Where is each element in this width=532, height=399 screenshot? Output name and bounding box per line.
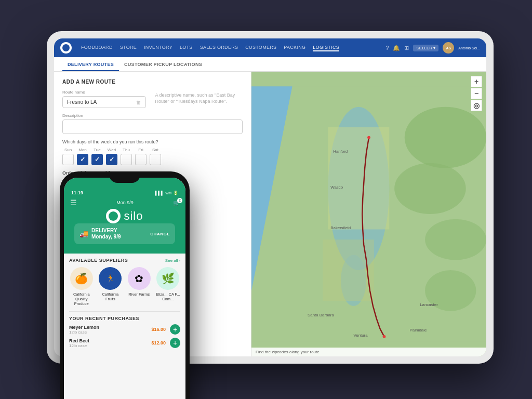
add-beet-button[interactable]: +: [170, 338, 180, 348]
help-icon[interactable]: ?: [385, 45, 389, 51]
svg-point-4: [405, 107, 486, 168]
description-input[interactable]: [62, 119, 243, 134]
nav-items: FOODBOARD STORE INVENTORY LOTS SALES ORD…: [81, 45, 376, 51]
day-wed: Wed: [106, 148, 117, 165]
days-row: Sun Mon Tue: [62, 148, 243, 165]
nav-right: ? 🔔 ⊞ SELLER ▾ AS Antonio Sel...: [385, 42, 480, 54]
purchase-item-meyer-lemon: Meyer Lemon 12lb case $16.00 +: [69, 324, 180, 335]
silo-logo-text: silo: [124, 209, 143, 223]
svg-text:Hanford: Hanford: [333, 149, 348, 154]
nav-item-customers[interactable]: CUSTOMERS: [245, 45, 276, 51]
location-button[interactable]: ◎: [471, 100, 482, 111]
route-hint: A descriptive name, such as "East Bay Ro…: [151, 90, 243, 108]
suppliers-title: AVAILABLE SUPPLIERS: [69, 258, 128, 263]
section-title: ADD A NEW ROUTE: [62, 79, 243, 85]
nav-item-foodboard[interactable]: FOODBOARD: [81, 45, 113, 51]
supplier-item-california-quality[interactable]: 🍊 California Quality Produce: [69, 267, 94, 306]
nav-item-store[interactable]: STORE: [120, 45, 137, 51]
day-wed-checkbox[interactable]: [106, 154, 117, 165]
purchase-info-beet: Red Beet 12lb case: [69, 338, 151, 348]
day-sun: Sun: [62, 148, 74, 165]
battery-icon: 🔋: [173, 191, 178, 195]
nav-item-packing[interactable]: PACKING: [284, 45, 305, 51]
suppliers-header: AVAILABLE SUPPLIERS See all ›: [69, 258, 180, 263]
recent-purchases-title: YOUR RECENT PURCHASES: [69, 316, 180, 321]
nav-item-logistics[interactable]: LOGISTICS: [313, 45, 339, 51]
svg-rect-9: [323, 240, 374, 301]
supplier-item-eliza[interactable]: 🌿 Eliza... CA F... Com...: [156, 267, 181, 306]
cart-icon[interactable]: 🛒 2: [173, 200, 179, 206]
nav-item-lots[interactable]: LOTS: [180, 45, 193, 51]
nav-logo: [60, 42, 72, 54]
day-thu-checkbox[interactable]: [121, 154, 132, 165]
phone-time: 11:19: [71, 190, 83, 195]
day-fri-checkbox[interactable]: [135, 154, 147, 165]
supplier-avatar-california-quality: 🍊: [70, 267, 93, 290]
svg-text:Ventura: Ventura: [354, 333, 368, 338]
supplier-name-california-quality: California Quality Produce: [69, 292, 94, 306]
phone-status-bar: 11:19 ▌▌▌ wifi 🔋: [70, 190, 179, 195]
map-controls: + − ◎: [471, 76, 482, 111]
day-sun-checkbox[interactable]: [62, 154, 74, 165]
hamburger-icon[interactable]: ☰: [70, 198, 77, 207]
route-name-input[interactable]: Fresno to LA 🗑: [62, 96, 146, 108]
silo-logo-icon: [106, 209, 121, 223]
delivery-banner: 🚚 DELIVERY Monday, 9/9 CHANGE: [74, 223, 175, 244]
add-meyer-button[interactable]: +: [170, 324, 180, 335]
day-tue-checkbox[interactable]: [91, 154, 103, 165]
svg-point-6: [425, 219, 486, 260]
svg-point-5: [394, 163, 466, 214]
zoom-out-button[interactable]: −: [471, 88, 482, 99]
supplier-avatar-river-farms: ✿: [128, 267, 151, 290]
delivery-label: DELIVERY: [91, 228, 121, 234]
tab-customer-pickup[interactable]: CUSTOMER PICKUP LOCATIONS: [119, 59, 207, 71]
purchase-name-beet: Red Beet: [69, 338, 151, 343]
day-fri: Fri: [135, 148, 147, 165]
delivery-date: Monday, 9/9: [91, 234, 121, 240]
phone-device: 11:19 ▌▌▌ wifi 🔋 ☰ Mon 9/9 🛒 2: [60, 171, 190, 399]
scene: FOODBOARD STORE INVENTORY LOTS SALES ORD…: [0, 0, 532, 399]
nav-item-sales-orders[interactable]: SALES ORDERS: [200, 45, 238, 51]
change-delivery-button[interactable]: CHANGE: [150, 232, 170, 236]
see-all-button[interactable]: See all ›: [165, 258, 180, 263]
grid-icon[interactable]: ⊞: [404, 45, 409, 51]
notification-icon[interactable]: 🔔: [393, 45, 400, 51]
purchase-price-meyer: $16.00: [151, 327, 166, 332]
map-svg: Hanford Wasco Bakersfield Lancaster Sant…: [251, 72, 486, 356]
phone-header: 11:19 ▌▌▌ wifi 🔋 ☰ Mon 9/9 🛒 2: [64, 178, 185, 254]
seller-button[interactable]: SELLER ▾: [413, 45, 438, 51]
supplier-avatar-eliza: 🌿: [156, 267, 179, 290]
day-sat-checkbox[interactable]: [150, 154, 161, 165]
phone-nav: ☰ Mon 9/9 🛒 2: [70, 198, 179, 207]
svg-point-11: [383, 335, 386, 338]
purchase-item-red-beet: Red Beet 12lb case $12.00 +: [69, 338, 180, 348]
purchase-name-meyer: Meyer Lemon: [69, 325, 151, 330]
zoom-in-button[interactable]: +: [471, 76, 482, 87]
svg-text:Bakersfield: Bakersfield: [330, 225, 351, 230]
svg-text:Wasco: Wasco: [330, 185, 343, 190]
cart-badge: 2: [177, 198, 182, 203]
description-label: Description: [62, 113, 243, 118]
svg-text:Lancaster: Lancaster: [420, 302, 438, 307]
phone-date: Mon 9/9: [116, 200, 134, 205]
supplier-name-river-farms: River Farms: [128, 292, 150, 297]
supplier-name-eliza: Eliza... CA F... Com...: [156, 292, 181, 301]
supplier-avatar-california-fruits: 🏃: [99, 267, 122, 290]
avatar[interactable]: AS: [443, 42, 454, 54]
delivery-info: 🚚 DELIVERY Monday, 9/9: [79, 228, 121, 240]
map-background: Hanford Wasco Bakersfield Lancaster Sant…: [251, 72, 486, 356]
supplier-item-california-fruits[interactable]: 🏃 California Fruits: [98, 267, 123, 306]
svg-rect-8: [328, 127, 389, 230]
day-mon: Mon: [77, 148, 88, 165]
nav-item-inventory[interactable]: INVENTORY: [144, 45, 172, 51]
clear-icon[interactable]: 🗑: [136, 99, 141, 105]
sub-nav: DELIVERY ROUTES CUSTOMER PICKUP LOCATION…: [54, 57, 486, 72]
day-mon-checkbox[interactable]: [77, 154, 88, 165]
map-footer-text: Find the zipcodes along your route: [256, 350, 320, 354]
supplier-item-river-farms[interactable]: ✿ River Farms: [127, 267, 152, 306]
purchase-info-meyer: Meyer Lemon 12lb case: [69, 325, 151, 335]
map-footer: Find the zipcodes along your route: [251, 348, 486, 356]
suppliers-grid: 🍊 California Quality Produce 🏃 Californi…: [69, 267, 180, 306]
tab-delivery-routes[interactable]: DELIVERY ROUTES: [62, 59, 119, 71]
svg-text:🏃: 🏃: [106, 274, 115, 283]
